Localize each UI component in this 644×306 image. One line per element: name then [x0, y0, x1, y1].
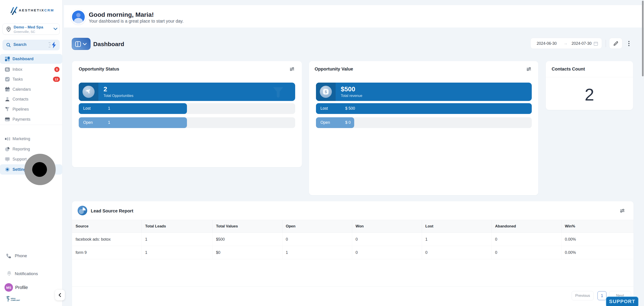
- svg-text:$: $: [325, 90, 327, 94]
